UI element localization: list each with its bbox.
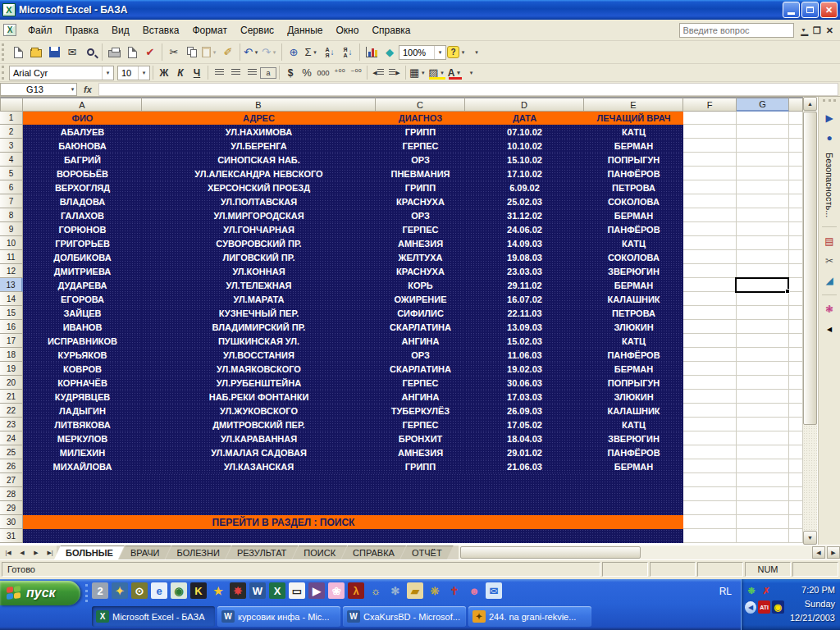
clock-app-icon[interactable]: ⊙ [131, 582, 148, 599]
cell-partial-20[interactable] [789, 376, 803, 390]
cell-D12[interactable]: 23.03.03 [465, 264, 584, 278]
cell-B9[interactable]: УЛ.ГОНЧАРНАЯ [142, 222, 376, 236]
cell-C9[interactable]: ГЕРПЕС [376, 222, 465, 236]
nero-icon[interactable]: ✸ [230, 582, 246, 599]
borders-button[interactable]: ▦▾ [409, 65, 427, 80]
horizontal-scrollbar[interactable]: ◀ ▶ [459, 546, 840, 559]
font-color-button[interactable]: А▾ [447, 65, 463, 80]
cell-B22[interactable]: УЛ.ЖУКОВСКОГО [142, 404, 376, 418]
sort-ascending-button[interactable]: АЯ↓ [321, 43, 339, 62]
menu-Сервис[interactable]: Сервис [234, 22, 281, 39]
cell-D10[interactable]: 14.09.03 [465, 236, 584, 250]
horizontal-scroll-thumb[interactable] [460, 546, 641, 559]
cell-G24[interactable] [737, 431, 789, 445]
tab-ВРАЧИ[interactable]: ВРАЧИ [119, 546, 171, 559]
cell-B17[interactable]: ПУШКИНСКАЯ УЛ. [142, 334, 376, 348]
people-icon[interactable]: ☻ [466, 582, 482, 599]
cell-partial-12[interactable] [789, 264, 803, 278]
cell-A12[interactable]: ДМИТРИЕВА [23, 264, 142, 278]
properties-icon[interactable]: ▤ [824, 231, 833, 251]
cell-E26[interactable]: БЕРМАН [584, 459, 683, 473]
cell-F28[interactable] [683, 487, 737, 501]
cell-G30[interactable] [737, 515, 789, 529]
cell-B23[interactable]: ДМИТРОВСКИЙ ПЕР. [142, 418, 376, 431]
row-header-14[interactable]: 14 [0, 292, 23, 306]
cell-C12[interactable]: КРАСНУХА [376, 264, 465, 278]
row-header-11[interactable]: 11 [0, 250, 23, 264]
row-header-17[interactable]: 17 [0, 334, 23, 348]
cell-E12[interactable]: ЗВЕРЮГИН [584, 264, 683, 278]
row-header-13[interactable]: 13 [0, 278, 23, 292]
cell-C16[interactable]: СКАРЛАТИНА [376, 320, 465, 334]
cell-partial-28[interactable] [789, 487, 803, 501]
collapse-arrow-icon[interactable]: ◀ [827, 319, 832, 339]
cell-partial-18[interactable] [789, 348, 803, 362]
cell-G16[interactable] [737, 320, 789, 334]
chevron-down-icon[interactable]: ▾ [102, 66, 113, 80]
cell-D5[interactable]: 17.10.02 [465, 167, 584, 180]
email-button[interactable]: ✉ [63, 43, 81, 62]
cell-G28[interactable] [737, 487, 789, 501]
cell-C6[interactable]: ГРИПП [376, 180, 465, 194]
cell-F18[interactable] [683, 348, 737, 362]
column-header-G[interactable]: G [737, 97, 789, 112]
cell-E8[interactable]: БЕРМАН [584, 208, 683, 222]
new-button[interactable] [9, 43, 27, 62]
row-header-4[interactable]: 4 [0, 153, 23, 167]
scroll-right-icon[interactable]: ▶ [827, 546, 840, 559]
cell-partial-3[interactable] [789, 139, 803, 153]
cell-partial-14[interactable] [789, 292, 803, 306]
cell-A8[interactable]: ГАЛАХОВ [23, 208, 142, 222]
row-header-20[interactable]: 20 [0, 376, 23, 390]
star-icon[interactable]: ★ [210, 582, 226, 599]
winamp-icon[interactable]: ✦ [112, 582, 128, 599]
cell-partial-4[interactable] [789, 153, 803, 167]
run-macro-icon[interactable]: ▶ [825, 108, 833, 128]
cell-A23[interactable]: ЛИТВЯКОВА [23, 418, 142, 431]
menu-Вставка[interactable]: Вставка [136, 22, 186, 39]
cell-G12[interactable] [737, 264, 789, 278]
cell-D24[interactable]: 18.04.03 [465, 431, 584, 445]
cell-F22[interactable] [683, 404, 737, 418]
cell-F21[interactable] [683, 390, 737, 404]
cell-A9[interactable]: ГОРЮНОВ [23, 222, 142, 236]
cell-A4[interactable]: БАГРИЙ [23, 153, 142, 167]
cell-A22[interactable]: ЛАДЫГИН [23, 404, 142, 418]
halflife-icon[interactable]: λ [348, 582, 364, 599]
row-header-1[interactable]: 1 [0, 112, 23, 125]
ati-icon[interactable]: ATI [758, 600, 770, 614]
cell-partial-10[interactable] [789, 236, 803, 250]
cell-E1[interactable]: ЛЕЧАЩИЙ ВРАЧ [584, 112, 683, 125]
drawing-button[interactable]: ◆ [381, 43, 399, 62]
scroll-down-icon[interactable]: ▼ [803, 531, 817, 545]
cell-A11[interactable]: ДОЛБИКОВА [23, 250, 142, 264]
cell-F13[interactable] [683, 278, 737, 292]
cell-E22[interactable]: КАЛАШНИК [584, 404, 683, 418]
tab-РЕЗУЛЬТАТ[interactable]: РЕЗУЛЬТАТ [226, 546, 298, 559]
selected-cell-G13[interactable] [735, 277, 789, 293]
language-indicator[interactable]: RL [719, 586, 732, 597]
cell-G18[interactable] [737, 348, 789, 362]
cell-F19[interactable] [683, 362, 737, 376]
cell-A3[interactable]: БАЮНОВА [23, 139, 142, 153]
cell-A31[interactable] [23, 529, 683, 543]
select-all-corner[interactable] [0, 97, 23, 112]
toolbar-grip[interactable] [823, 99, 836, 102]
cell-B5[interactable]: УЛ.АЛЕКСАНДРА НЕВСКОГО [142, 167, 376, 180]
cut-button[interactable]: ✂ [165, 43, 183, 62]
cell-F20[interactable] [683, 376, 737, 390]
cell-C15[interactable]: СИФИЛИС [376, 306, 465, 320]
autosum-button[interactable]: Σ▾ [303, 43, 321, 62]
toolbar-grip[interactable] [2, 66, 6, 80]
doc-minimize-button[interactable]: ▁ [801, 25, 807, 36]
column-header-partial[interactable] [789, 97, 803, 112]
cell-F14[interactable] [683, 292, 737, 306]
cell-A24[interactable]: МЕРКУЛОВ [23, 431, 142, 445]
first-sheet-icon[interactable]: |◀ [2, 547, 15, 559]
column-header-C[interactable]: C [376, 97, 465, 112]
cell-partial-30[interactable] [789, 515, 803, 529]
cell-F26[interactable] [683, 459, 737, 473]
cell-G20[interactable] [737, 376, 789, 390]
cell-F10[interactable] [683, 236, 737, 250]
cell-G4[interactable] [737, 153, 789, 167]
